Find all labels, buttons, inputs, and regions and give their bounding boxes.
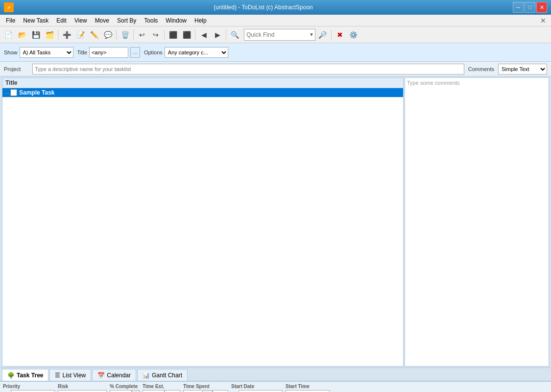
title-bar: ✓ (untitled) - ToDoList (c) AbstractSpoo… — [0, 0, 551, 15]
filter-options-select[interactable]: Any category c... — [165, 47, 228, 58]
toolbar-sep2 — [116, 29, 117, 40]
menu-tools[interactable]: Tools — [140, 16, 162, 25]
comments-pane: Type some comments — [405, 77, 549, 367]
restore-button[interactable]: □ — [525, 2, 535, 13]
risk-control: 0 (Lowest) — [58, 390, 107, 392]
toolbar-sort[interactable]: ⬛ — [167, 28, 179, 41]
title-bar-controls: ─ □ ✕ — [513, 2, 547, 13]
toolbar-search-btn[interactable]: 🔎 — [316, 28, 329, 41]
time-est-label: Time Est. — [143, 384, 180, 389]
priority-label: Priority — [3, 384, 55, 389]
filter-bar: Show A) All Tasks Title … Options Any ca… — [0, 43, 551, 62]
comments-select[interactable]: Simple Text — [498, 64, 547, 74]
time-spent-label: Time Spent — [183, 384, 228, 389]
toolbar-sep4 — [164, 29, 165, 40]
menu-bar: File New Task Edit View Move Sort By Too… — [0, 15, 551, 26]
time-spent-input[interactable]: 0 — [183, 390, 203, 392]
time-spent-unit[interactable]: H — [213, 390, 228, 392]
priority-group: Priority 5 (Medium) — [3, 384, 55, 392]
time-spent-clock[interactable]: 🕐 — [203, 390, 213, 392]
tab-calendar-label: Calendar — [107, 372, 131, 379]
filter-show-group: Show A) All Tasks — [4, 47, 73, 58]
time-est-input[interactable]: 0 — [143, 390, 165, 392]
task-list-header: Title — [2, 78, 403, 88]
time-est-group: Time Est. 0 H — [143, 384, 180, 392]
toolbar-open[interactable]: 📂 — [16, 28, 28, 41]
priority-select[interactable]: 5 (Medium) — [11, 390, 55, 392]
filter-options-group: Options Any category c... — [144, 47, 228, 58]
filter-title-input[interactable] — [89, 47, 128, 58]
menu-sort-by[interactable]: Sort By — [113, 16, 140, 25]
toolbar-undo[interactable]: ↩ — [136, 28, 148, 41]
priority-control: 5 (Medium) — [3, 390, 55, 392]
quick-find-input[interactable] — [244, 29, 308, 40]
toolbar-new-file[interactable]: 📄 — [2, 28, 15, 41]
menu-window[interactable]: Window — [162, 16, 191, 25]
toolbar-settings[interactable]: ⚙️ — [347, 28, 360, 41]
tab-task-tree-label: Task Tree — [17, 372, 43, 379]
tab-gantt-chart[interactable]: 📊 Gantt Chart — [137, 369, 188, 381]
toolbar-sep7 — [331, 29, 332, 40]
menu-close-button[interactable]: ✕ — [537, 17, 549, 24]
start-date-group: Start Date 23/10/2013 — [231, 384, 283, 392]
toolbar-sep6 — [226, 29, 226, 40]
percent-input[interactable]: 0 — [110, 390, 132, 392]
menu-file[interactable]: File — [2, 16, 19, 25]
filter-title-btn[interactable]: … — [130, 47, 140, 58]
risk-select[interactable]: 0 (Lowest) — [58, 390, 107, 392]
task-title: Sample Task — [19, 89, 54, 96]
gantt-icon: 📊 — [143, 372, 150, 379]
props-row-1: Priority 5 (Medium) Risk 0 (Lowest) % Co… — [3, 384, 548, 392]
toolbar-save-all[interactable]: 🗂️ — [43, 28, 56, 41]
menu-move[interactable]: Move — [91, 16, 113, 25]
table-row[interactable]: --- Sample Task — [2, 88, 403, 98]
task-indent: --- — [4, 90, 9, 96]
task-list-pane: Title --- Sample Task — [2, 77, 404, 367]
time-est-unit[interactable]: H — [165, 390, 180, 392]
toolbar-move-left[interactable]: ◀ — [197, 28, 210, 41]
tab-calendar[interactable]: 📅 Calendar — [92, 369, 136, 381]
tabs-bar: 🌳 Task Tree ☰ List View 📅 Calendar 📊 Gan… — [0, 368, 551, 381]
project-bar: Project Comments Simple Text — [0, 62, 551, 76]
toolbar-edit[interactable]: ✏️ — [88, 28, 100, 41]
task-checkbox[interactable] — [10, 89, 17, 96]
start-date-select[interactable]: 23/10/2013 — [239, 390, 283, 392]
tab-list-view[interactable]: ☰ List View — [49, 369, 91, 381]
toolbar-add-task[interactable]: ➕ — [60, 28, 73, 41]
filter-show-label: Show — [4, 49, 18, 55]
project-input[interactable] — [32, 64, 464, 74]
percent-up[interactable]: ▲ — [132, 390, 140, 392]
toolbar-delete-red[interactable]: ✖ — [334, 28, 346, 41]
toolbar-add-subtask[interactable]: 📝 — [74, 28, 87, 41]
filter-options-label: Options — [144, 49, 163, 55]
time-spent-control: 0 🕐 H — [183, 390, 228, 392]
tab-list-view-label: List View — [62, 372, 86, 379]
menu-new-task[interactable]: New Task — [19, 16, 52, 25]
close-button[interactable]: ✕ — [536, 2, 547, 13]
menu-edit[interactable]: Edit — [52, 16, 71, 25]
toolbar-comments[interactable]: 💬 — [101, 28, 114, 41]
tab-gantt-label: Gantt Chart — [152, 372, 182, 379]
comments-body[interactable]: Type some comments — [405, 78, 549, 366]
filter-show-select[interactable]: A) All Tasks — [20, 47, 73, 58]
start-time-select[interactable] — [286, 390, 330, 392]
minimize-button[interactable]: ─ — [513, 2, 524, 13]
toolbar-sort2[interactable]: ⬛ — [180, 28, 193, 41]
project-label: Project — [4, 66, 28, 72]
toolbar-sep5 — [195, 29, 195, 40]
tab-task-tree[interactable]: 🌳 Task Tree — [2, 369, 48, 381]
toolbar-save[interactable]: 💾 — [29, 28, 42, 41]
task-tree-icon: 🌳 — [7, 372, 15, 379]
menu-view[interactable]: View — [71, 16, 91, 25]
menu-help[interactable]: Help — [191, 16, 211, 25]
toolbar-move-right[interactable]: ▶ — [211, 28, 224, 41]
toolbar-find[interactable]: 🔍 — [228, 28, 241, 41]
toolbar-sep3 — [133, 29, 134, 40]
start-date-control: 23/10/2013 — [231, 390, 283, 392]
task-list-body: --- Sample Task — [2, 88, 403, 366]
toolbar-redo[interactable]: ↪ — [149, 28, 162, 41]
toolbar-delete[interactable]: 🗑️ — [119, 28, 131, 41]
main-area: Title --- Sample Task Type some comments — [0, 76, 551, 368]
quick-find-dropdown[interactable]: ▼ — [308, 32, 315, 37]
risk-label: Risk — [58, 384, 107, 389]
